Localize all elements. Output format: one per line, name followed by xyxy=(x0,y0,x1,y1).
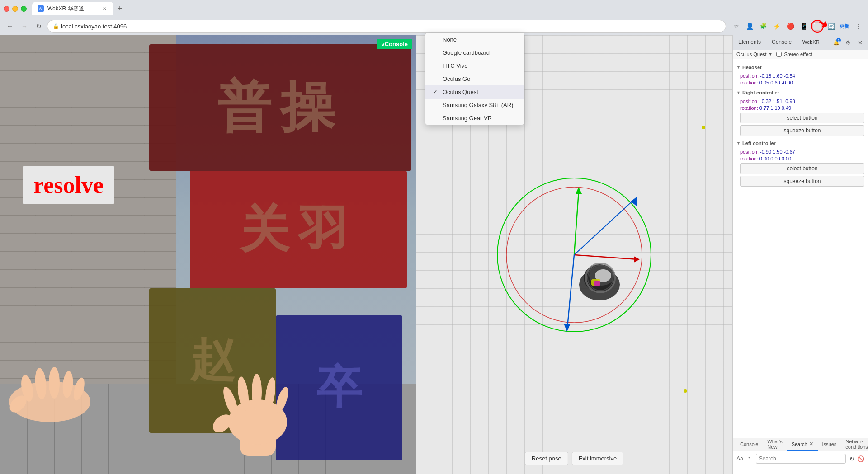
browser-window: W WebXR-华容道 ✕ + ← → ↻ 🔒 local.csxiaoyao.… xyxy=(0,0,868,474)
new-tab-button[interactable]: + xyxy=(113,2,126,15)
right-select-button[interactable]: select button xyxy=(740,113,864,123)
stereo-checkbox[interactable] xyxy=(776,52,782,57)
left-squeeze-button[interactable]: squeeze button xyxy=(740,176,864,187)
left-rotation-row: rotation: 0.00 0.00 0.00 xyxy=(740,156,864,161)
dropdown-item-htcvive[interactable]: HTC Vive xyxy=(425,59,524,72)
devtools-right-actions: 🔔1 ⚙ ✕ xyxy=(828,37,868,48)
left-hand xyxy=(0,357,99,429)
headset-rotation-row: rotation: 0.05 0.60 -0.00 xyxy=(740,80,864,85)
headset-rotation-value: 0.05 0.60 -0.00 xyxy=(760,80,793,85)
profile-btn[interactable]: 👤 xyxy=(743,20,756,33)
svg-marker-22 xyxy=(564,324,571,332)
close-window-btn[interactable] xyxy=(4,6,9,12)
left-rotation-label: rotation: xyxy=(740,156,760,161)
dropdown-label-samsung-gear: Samsung Gear VR xyxy=(443,115,492,122)
vconsole-button[interactable]: vConsole xyxy=(377,39,412,49)
dropdown-item-samsung-gear[interactable]: Samsung Gear VR xyxy=(425,112,524,125)
headset-position-label: position: xyxy=(740,73,760,79)
tab-search[interactable]: Search ✕ xyxy=(787,438,818,451)
dropdown-label-none: None xyxy=(443,36,457,43)
bottom-tabs: Console What's New Search ✕ Issues Netwo… xyxy=(733,438,868,451)
reset-pose-button[interactable]: Reset pose xyxy=(525,452,568,465)
right-rotation-value: 0.77 1.19 0.49 xyxy=(760,105,791,111)
svg-point-3 xyxy=(49,367,60,399)
controller-model xyxy=(568,249,631,312)
right-controller-arrow-icon: ▼ xyxy=(736,90,741,95)
devtools-top-bar: Elements Console WebXR Performance Insig… xyxy=(733,35,868,50)
right-hand-svg xyxy=(203,357,312,456)
dropdown-item-samsung-ar[interactable]: Samsung Galaxy S8+ (AR) xyxy=(425,99,524,112)
right-rotation-label: rotation: xyxy=(740,105,760,111)
back-button[interactable]: ← xyxy=(4,20,16,33)
headset-section-content: position: -0.18 1.60 -0.54 rotation: 0.0… xyxy=(736,73,864,85)
exit-immersive-button[interactable]: Exit immersive xyxy=(572,452,624,465)
devtools-main-tabs: Elements Console WebXR Performance Insig… xyxy=(733,35,828,50)
browser-tab[interactable]: W WebXR-华容道 ✕ xyxy=(32,2,113,15)
search-tab-label: Search xyxy=(792,441,807,447)
extension-btn-1[interactable]: 🧩 xyxy=(757,20,769,33)
tracking-point-1 xyxy=(702,126,705,129)
address-bar[interactable]: 🔒 local.csxiaoyao.test:4096 xyxy=(47,20,726,33)
search-tab-close-btn[interactable]: ✕ xyxy=(809,441,813,447)
right-position-label: position: xyxy=(740,99,760,104)
left-controller-section-header[interactable]: ▼ Left controller xyxy=(736,139,864,148)
settings-icon[interactable]: ⚙ xyxy=(843,37,854,48)
left-hand-svg xyxy=(0,357,99,429)
forward-button[interactable]: → xyxy=(18,20,31,33)
dropdown-label-samsung-ar: Samsung Galaxy S8+ (AR) xyxy=(443,102,513,108)
search-input-row: Aa * ↻ 🚫 xyxy=(733,451,868,466)
left-select-button[interactable]: select button xyxy=(740,163,864,174)
refresh-button[interactable]: ↻ xyxy=(33,20,45,33)
svg-point-9 xyxy=(221,385,241,418)
minimize-window-btn[interactable] xyxy=(12,6,18,12)
menu-btn[interactable]: ⋮ xyxy=(852,20,864,33)
bookmark-btn[interactable]: ☆ xyxy=(730,20,742,33)
dropdown-item-cardboard[interactable]: Google cardboard xyxy=(425,46,524,59)
search-refresh-btn[interactable]: ↻ xyxy=(849,455,854,462)
extension-btn-4[interactable]: 📱 xyxy=(797,20,810,33)
console-tab-label: Console xyxy=(740,441,758,447)
char-panel-middle: 关羽 xyxy=(190,171,407,288)
search-aa-label: Aa xyxy=(736,455,743,462)
search-clear-btn[interactable]: 🚫 xyxy=(857,455,864,462)
tab-network-conditions[interactable]: Network conditions xyxy=(841,438,868,451)
whats-new-tab-label: What's New xyxy=(767,439,782,450)
headset-position-value: -0.18 1.60 -0.54 xyxy=(760,73,795,79)
vr-viewport: 普操 关羽 赵 卒 resolve xyxy=(0,35,416,474)
tab-webxr[interactable]: WebXR xyxy=(797,35,825,50)
check-oculusquest: ✓ xyxy=(433,89,439,95)
search-input[interactable] xyxy=(756,454,846,464)
extension-btn-2[interactable]: ⚡ xyxy=(770,20,783,33)
right-controller-section-header[interactable]: ▼ Right controller xyxy=(736,88,864,97)
right-squeeze-button[interactable]: squeeze button xyxy=(740,125,864,136)
headset-section-header[interactable]: ▼ Headset xyxy=(736,63,864,72)
extension-btn-3[interactable]: 🔴 xyxy=(784,20,797,33)
maximize-window-btn[interactable] xyxy=(21,6,27,12)
browser-actions: ☆ 👤 🧩 ⚡ 🔴 📱 ⬜ 🔄 更新 ⋮ xyxy=(730,20,864,33)
dropdown-label-htcvive: HTC Vive xyxy=(443,62,467,69)
svg-marker-20 xyxy=(576,187,582,194)
bottom-bar: Console What's New Search ✕ Issues Netwo… xyxy=(733,438,868,474)
dropdown-label-cardboard: Google cardboard xyxy=(443,49,490,56)
right-hand xyxy=(203,357,312,456)
dropdown-item-none[interactable]: None xyxy=(425,33,524,46)
tab-console-bottom[interactable]: Console xyxy=(736,438,763,451)
right-position-row: position: -0.32 1.51 -0.98 xyxy=(740,99,864,104)
dropdown-item-oculusgo[interactable]: Oculus Go xyxy=(425,72,524,85)
notification-badge[interactable]: 🔔1 xyxy=(831,37,842,48)
devtools-close-btn[interactable]: ✕ xyxy=(854,37,865,48)
device-dropdown-trigger[interactable]: Oculus Quest ▼ xyxy=(736,52,773,57)
left-position-value: -0.90 1.50 -0.67 xyxy=(760,149,795,155)
tab-performance-insights[interactable]: Performance Insights ▾ xyxy=(825,35,828,50)
tab-elements[interactable]: Elements xyxy=(733,35,766,50)
dropdown-label-oculusquest: Oculus Quest xyxy=(443,89,478,95)
tab-close-btn[interactable]: ✕ xyxy=(101,5,108,12)
update-btn[interactable]: 更新 xyxy=(838,20,851,33)
tab-whats-new[interactable]: What's New xyxy=(763,438,787,451)
search-case-toggle[interactable]: * xyxy=(746,455,753,462)
char-text-top: 普操 xyxy=(217,71,344,145)
dropdown-menu: None Google cardboard HTC Vive Oculus Go… xyxy=(425,33,524,125)
dropdown-item-oculusquest[interactable]: ✓ Oculus Quest xyxy=(425,85,524,99)
tab-console[interactable]: Console xyxy=(766,35,797,50)
tab-issues[interactable]: Issues xyxy=(818,438,841,451)
